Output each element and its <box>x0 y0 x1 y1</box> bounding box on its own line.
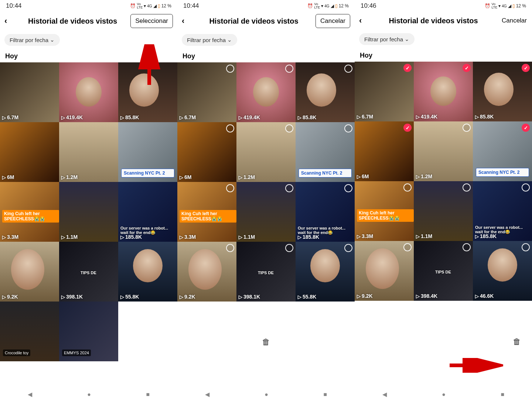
video-thumbnail[interactable]: King Cuh left her SPEECHLESS😭😭 3.3M <box>177 182 236 242</box>
selection-ring-icon[interactable] <box>463 124 471 132</box>
video-thumbnail[interactable]: 419.4K <box>59 62 118 122</box>
video-thumbnail[interactable]: 6M <box>0 122 59 182</box>
video-thumbnail[interactable]: 85.8K ✓ <box>473 62 532 121</box>
video-thumbnail[interactable]: Scanning NYC Pt. 2 <box>296 122 355 182</box>
video-thumbnail[interactable]: 6M <box>177 122 236 182</box>
video-thumbnail[interactable]: King Cuh left her SPEECHLESS😭😭 3.3M <box>355 181 414 241</box>
nav-home-icon[interactable]: ● <box>87 391 91 398</box>
filter-by-date-chip[interactable]: Filtrar por fecha⌄ <box>359 33 415 45</box>
video-thumbnail[interactable]: 1.2M <box>414 121 473 181</box>
nav-back-icon[interactable]: ◀ <box>205 391 209 398</box>
video-thumbnail[interactable]: 419.4K ✓ <box>414 62 473 121</box>
nav-home-icon[interactable]: ● <box>442 391 446 398</box>
select-toggle-button[interactable]: Cancelar <box>497 14 528 27</box>
video-thumbnail[interactable]: 6.7M ✓ <box>355 62 414 121</box>
selection-ring-icon[interactable] <box>285 65 293 73</box>
video-thumbnail[interactable]: 1.2M <box>59 122 118 182</box>
thumbnail-bg <box>0 62 59 122</box>
selection-ring-icon[interactable] <box>344 184 352 192</box>
video-thumbnail[interactable]: Our server was a robot... wait for the e… <box>296 182 355 242</box>
video-thumbnail[interactable]: Crocodile toy <box>0 302 59 361</box>
video-thumbnail[interactable]: 55.8K <box>118 242 177 302</box>
view-count: 1.2M <box>61 174 78 180</box>
back-button[interactable]: ‹ <box>4 16 15 26</box>
page-title: Historial de videos vistos <box>18 17 127 25</box>
video-thumbnail[interactable]: 9.2K <box>0 242 59 302</box>
back-button[interactable]: ‹ <box>359 16 369 25</box>
selection-checked-icon[interactable]: ✓ <box>403 124 412 132</box>
video-thumbnail[interactable]: 46.6K <box>473 241 532 301</box>
selection-ring-icon[interactable] <box>285 124 293 132</box>
video-thumbnail[interactable]: EMMYS 2024 <box>59 302 118 361</box>
trash-icon[interactable]: 🗑 <box>262 337 270 347</box>
selection-ring-icon[interactable] <box>226 124 234 132</box>
selection-ring-icon[interactable] <box>344 65 352 73</box>
video-thumbnail[interactable]: 85.8K <box>296 62 355 122</box>
video-thumbnail[interactable]: TIPS DE 398.4K <box>414 241 473 301</box>
view-count: 6.7M <box>180 114 196 120</box>
selection-checked-icon[interactable]: ✓ <box>522 124 530 132</box>
back-button[interactable]: ‹ <box>182 16 192 26</box>
selection-checked-icon[interactable]: ✓ <box>463 64 471 72</box>
selection-ring-icon[interactable] <box>463 183 471 192</box>
filter-row: Filtrar por fecha⌄ <box>355 31 532 49</box>
view-count: 85.8K <box>120 114 139 120</box>
selection-ring-icon[interactable] <box>522 183 530 192</box>
wifi-icon: ▾ <box>498 3 501 8</box>
volte-icon: VoLTE <box>491 3 497 9</box>
filter-by-date-chip[interactable]: Filtrar por fecha⌄ <box>182 34 237 46</box>
selection-ring-icon[interactable] <box>226 244 234 252</box>
video-thumbnail[interactable]: 1.1M <box>59 182 118 242</box>
selection-ring-icon[interactable] <box>226 184 234 192</box>
video-thumbnail[interactable]: 1.1M <box>236 182 296 242</box>
select-toggle-button[interactable]: Cancelar <box>316 14 350 28</box>
nav-recent-icon[interactable]: ■ <box>146 391 150 398</box>
video-thumbnail[interactable]: 6.7M <box>0 62 59 122</box>
nav-recent-icon[interactable]: ■ <box>501 391 505 398</box>
alarm-icon: ⏰ <box>130 3 136 8</box>
video-thumbnail[interactable]: 9.2K <box>355 241 414 301</box>
video-thumbnail[interactable]: 55.8K <box>296 242 355 302</box>
view-count: 1.2M <box>416 173 432 179</box>
selection-ring-icon[interactable] <box>226 65 234 73</box>
selection-ring-icon[interactable] <box>285 244 293 252</box>
selection-ring-icon[interactable] <box>403 243 412 251</box>
nav-back-icon[interactable]: ◀ <box>382 391 387 398</box>
nav-home-icon[interactable]: ● <box>265 391 268 398</box>
video-thumbnail[interactable]: 1.2M <box>236 122 296 182</box>
select-toggle-button[interactable]: Seleccionar <box>130 14 173 28</box>
video-thumbnail[interactable]: Scanning NYC Pt. 2 ✓ <box>473 121 532 181</box>
nav-recent-icon[interactable]: ■ <box>324 391 327 398</box>
video-thumbnail[interactable]: 85.8K <box>118 62 177 122</box>
video-thumbnail[interactable]: Scanning NYC Pt. 2 <box>118 122 177 182</box>
video-thumbnail[interactable]: TIPS DE 398.1K <box>236 242 296 302</box>
video-thumbnail[interactable]: Our server was a robot... wait for the e… <box>473 181 532 241</box>
selection-ring-icon[interactable] <box>463 243 471 251</box>
header: ‹ Historial de videos vistos Cancelar <box>177 10 355 32</box>
header: ‹ Historial de videos vistos Seleccionar <box>0 10 177 32</box>
video-thumbnail[interactable]: 6.7M <box>177 62 236 122</box>
selection-ring-icon[interactable] <box>344 244 352 252</box>
trash-icon[interactable]: 🗑 <box>513 337 521 347</box>
view-count: 1.1M <box>416 233 432 239</box>
nav-back-icon[interactable]: ◀ <box>28 391 32 398</box>
selection-checked-icon[interactable]: ✓ <box>403 64 412 72</box>
video-thumbnail[interactable]: 1.1M <box>414 181 473 241</box>
delete-bar: 🗑 <box>355 337 532 347</box>
selection-ring-icon[interactable] <box>403 183 412 192</box>
video-caption: EMMYS 2024 <box>62 349 91 356</box>
selection-ring-icon[interactable] <box>285 184 293 192</box>
video-thumbnail[interactable]: 6M ✓ <box>355 121 414 181</box>
view-count: 1.1M <box>239 234 255 240</box>
thumbnail-bg <box>59 182 118 242</box>
video-thumbnail[interactable]: TIPS DE 398.1K <box>59 242 118 302</box>
video-thumbnail[interactable]: 419.4K <box>236 62 296 122</box>
selection-checked-icon[interactable]: ✓ <box>522 64 530 72</box>
selection-ring-icon[interactable] <box>522 243 530 251</box>
video-thumbnail[interactable]: King Cuh left her SPEECHLESS😭😭 3.3M <box>0 182 59 242</box>
selection-ring-icon[interactable] <box>344 124 352 132</box>
video-thumbnail[interactable]: 9.2K <box>177 242 236 302</box>
video-thumbnail[interactable]: Our server was a robot... wait for the e… <box>118 182 177 242</box>
filter-by-date-chip[interactable]: Filtrar por fecha⌄ <box>4 34 60 46</box>
view-count: 9.2K <box>357 293 373 299</box>
